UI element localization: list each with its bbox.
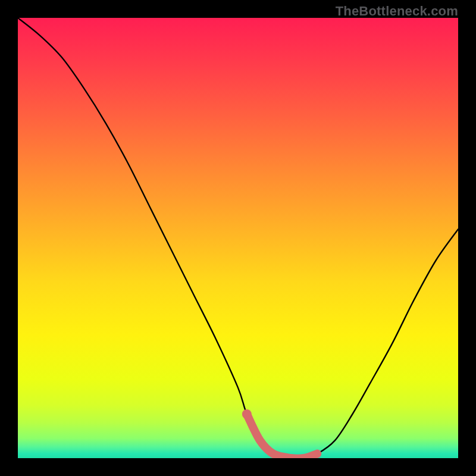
optimal-range-highlight: [247, 414, 317, 458]
bottleneck-curve: [18, 18, 458, 458]
chart-stage: TheBottleneck.com: [0, 0, 476, 476]
plot-area: [18, 18, 458, 458]
watermark-text: TheBottleneck.com: [336, 4, 458, 19]
curve-layer: [18, 18, 458, 458]
optimal-range-start-dot: [242, 409, 252, 419]
